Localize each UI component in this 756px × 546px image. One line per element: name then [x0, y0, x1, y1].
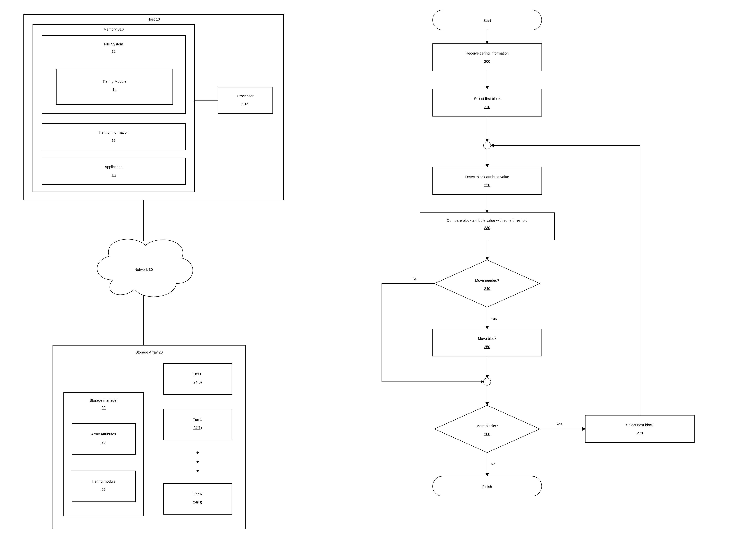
tier1-box — [164, 409, 232, 440]
application-box — [42, 158, 185, 184]
step-250-box — [433, 329, 542, 356]
filesystem-num: 12 — [112, 49, 116, 53]
array-attributes-num: 23 — [102, 440, 106, 444]
step-250-label: Move block — [478, 337, 496, 341]
step-210-box — [433, 89, 542, 116]
filesystem-label: File System — [104, 42, 123, 46]
step-220-num: 220 — [484, 183, 490, 187]
step-200-label: Receive tiering information — [466, 51, 509, 55]
edge-260-yes: Yes — [556, 422, 562, 426]
step-200-box — [433, 44, 542, 71]
svg-point-0 — [196, 451, 199, 454]
decision-260-num: 260 — [484, 432, 490, 436]
processor-num: 314 — [242, 102, 248, 106]
array-attributes-box — [72, 423, 135, 454]
tierN-num: 24(N) — [193, 500, 202, 504]
tiering-module-num: 14 — [113, 88, 117, 92]
step-270-num: 270 — [637, 431, 643, 435]
tiering-module2-num: 26 — [102, 487, 106, 491]
decision-260 — [434, 405, 540, 453]
tiering-module2-box — [72, 471, 135, 502]
tier1-num: 24(1) — [193, 426, 202, 430]
step-230-label: Compare block attribute value with zone … — [447, 218, 528, 222]
step-210-label: Select first block — [474, 97, 501, 101]
step-270-label: Select next block — [626, 423, 654, 427]
array-attributes-label: Array Attributes — [91, 432, 116, 436]
tiering-module2-label: Tiering module — [92, 479, 116, 483]
step-200-num: 200 — [484, 59, 490, 63]
storage-manager-num: 22 — [102, 406, 106, 410]
tier0-label: Tier 0 — [193, 372, 202, 376]
memory-label: Memory 316 — [103, 27, 124, 31]
svg-text:230: 230 — [484, 226, 490, 230]
step-230-num: 230 — [484, 226, 490, 230]
network-label: Network 30 — [134, 268, 153, 272]
application-label: Application — [105, 165, 123, 169]
processor-box — [218, 87, 273, 114]
processor-label: Processor — [237, 94, 254, 98]
step-220-box — [433, 167, 542, 194]
step-220-label: Detect block attribute value — [465, 175, 509, 179]
edge-240-yes: Yes — [491, 317, 497, 321]
finish-label: Finish — [482, 485, 492, 489]
junction-2 — [484, 378, 491, 385]
tier0-num: 24(0) — [193, 380, 202, 384]
tierN-box — [164, 483, 232, 514]
tiering-info-box — [42, 124, 185, 150]
tiering-module-box — [56, 69, 173, 105]
decision-260-label: More blocks? — [476, 424, 498, 428]
tier1-label: Tier 1 — [193, 417, 202, 421]
tiering-info-num: 16 — [112, 138, 116, 142]
storage-manager-label: Storage manager — [90, 398, 118, 402]
edge-260-no: No — [491, 462, 496, 466]
diagram-canvas: Host 10 Memory 316 File System 12 Tierin… — [0, 0, 756, 546]
tier0-box — [164, 364, 232, 394]
start-label: Start — [483, 19, 491, 23]
application-num: 18 — [112, 173, 116, 177]
tiering-info-label: Tiering information — [99, 130, 129, 134]
tierN-label: Tier N — [193, 492, 202, 496]
decision-240 — [434, 260, 540, 307]
junction-1 — [484, 142, 491, 149]
step-270-box — [585, 415, 694, 443]
svg-point-1 — [196, 461, 199, 463]
svg-point-2 — [196, 470, 199, 472]
decision-240-num: 240 — [484, 287, 490, 291]
decision-240-label: Move needed? — [475, 278, 499, 282]
step-250-num: 250 — [484, 345, 490, 349]
tiering-module-label: Tiering Module — [103, 79, 127, 83]
edge-240-no: No — [413, 277, 417, 281]
host-label: Host 10 — [147, 17, 160, 21]
step-210-num: 210 — [484, 105, 490, 109]
storage-array-label: Storage Array 20 — [135, 350, 163, 354]
